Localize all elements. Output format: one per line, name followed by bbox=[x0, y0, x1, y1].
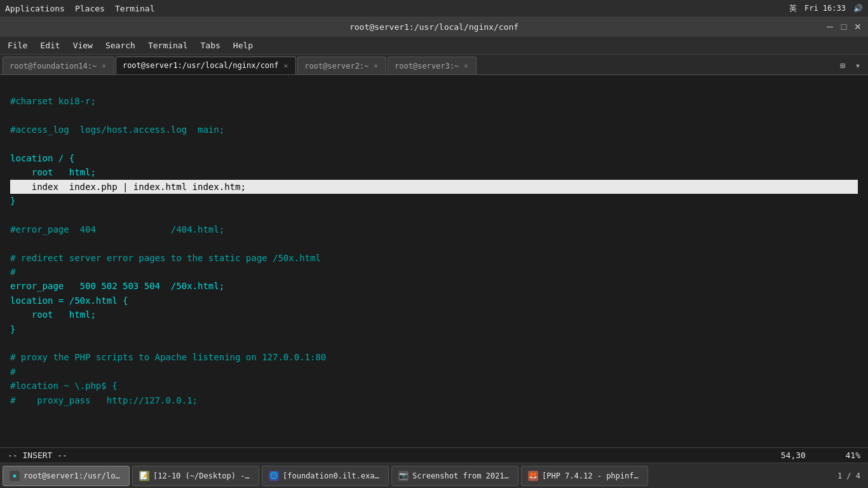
tab-label: root@server3:~ bbox=[395, 62, 459, 71]
taskbar-item-server1[interactable]: ▪ root@server1:/usr/local/nginx/conf bbox=[3, 466, 130, 486]
taskbar-label: [foundation0.ilt.example.com:8 (kio... bbox=[283, 471, 382, 480]
tab-label: root@foundation14:~ bbox=[10, 62, 97, 71]
tab-dropdown-button[interactable]: ▾ bbox=[850, 58, 865, 73]
code-line bbox=[10, 208, 858, 222]
code-line: error_page 500 502 503 504 /50x.html; bbox=[10, 279, 858, 293]
cursor-position: 54,30 41% bbox=[781, 451, 860, 460]
terminal-menu[interactable]: Terminal bbox=[115, 4, 155, 13]
tab-label: root@server1:/usr/local/nginx/conf bbox=[123, 61, 279, 70]
code-line: #charset koi8-r; bbox=[10, 94, 858, 108]
menu-view[interactable]: View bbox=[68, 39, 98, 51]
code-content: #charset koi8-r; #access_log logs/host.a… bbox=[0, 75, 868, 412]
title-bar: root@server1:/usr/local/nginx/conf ─ □ ✕ bbox=[0, 17, 868, 37]
code-line: # proxy_pass http://127.0.0.1; bbox=[10, 393, 858, 407]
minimize-button[interactable]: ─ bbox=[825, 22, 835, 32]
taskbar-item-kio[interactable]: 🌐 [foundation0.ilt.example.com:8 (kio... bbox=[262, 466, 389, 486]
applications-menu[interactable]: Applications bbox=[5, 4, 65, 13]
terminal-window: root@server1:/usr/local/nginx/conf ─ □ ✕… bbox=[0, 17, 868, 463]
menu-help[interactable]: Help bbox=[228, 39, 258, 51]
code-line: root html; bbox=[10, 165, 858, 179]
taskbar-item-firefox[interactable]: 🦊 [PHP 7.4.12 - phpinfo() — Mozilla F... bbox=[521, 466, 648, 486]
code-line: #error_page 404 /404.html; bbox=[10, 222, 858, 236]
menu-file[interactable]: File bbox=[3, 39, 32, 51]
code-line: #location ~ \.php$ { bbox=[10, 379, 858, 393]
lang-indicator: 英 bbox=[789, 3, 797, 14]
tab-close-server3[interactable]: ✕ bbox=[463, 62, 470, 70]
menu-terminal[interactable]: Terminal bbox=[143, 39, 193, 51]
taskbar-icon-terminal: ▪ bbox=[10, 471, 20, 481]
tab-foundation14[interactable]: root@foundation14:~ ✕ bbox=[3, 57, 114, 74]
volume-icon[interactable]: 🔊 bbox=[853, 4, 863, 13]
system-bar: Applications Places Terminal 英 Fri 16:33… bbox=[0, 0, 868, 17]
taskbar-label: root@server1:/usr/local/nginx/conf bbox=[24, 471, 123, 480]
tab-server1[interactable]: root@server1:/usr/local/nginx/conf ✕ bbox=[116, 57, 296, 74]
code-area[interactable]: #charset koi8-r; #access_log logs/host.a… bbox=[0, 75, 868, 447]
close-button[interactable]: ✕ bbox=[853, 22, 863, 32]
code-line: root html; bbox=[10, 308, 858, 322]
taskbar-icon-kio: 🌐 bbox=[269, 471, 279, 481]
system-bar-left: Applications Places Terminal bbox=[5, 4, 155, 13]
datetime-display: Fri 16:33 bbox=[804, 4, 846, 13]
code-line: location / { bbox=[10, 151, 858, 165]
code-line-highlighted: index index.php | index.html index.htm; bbox=[10, 180, 858, 194]
code-line: location = /50x.html { bbox=[10, 294, 858, 308]
taskbar-icon-screenshot: 📷 bbox=[398, 471, 409, 481]
taskbar-item-screenshot[interactable]: 📷 Screenshot from 2021-12-10 16-... bbox=[391, 466, 519, 486]
code-line: #access_log logs/host.access.log main; bbox=[10, 123, 858, 137]
tab-close-foundation14[interactable]: ✕ bbox=[100, 62, 107, 70]
taskbar: ▪ root@server1:/usr/local/nginx/conf 📝 [… bbox=[0, 463, 868, 488]
code-line: } bbox=[10, 194, 858, 208]
taskbar-label: [12-10 (~/Desktop) - gedit] bbox=[153, 471, 252, 480]
tabs-bar: root@foundation14:~ ✕ root@server1:/usr/… bbox=[0, 55, 868, 75]
vim-mode: -- INSERT -- bbox=[8, 451, 67, 460]
taskbar-pages: 1 / 4 bbox=[837, 471, 865, 480]
taskbar-label: [PHP 7.4.12 - phpinfo() — Mozilla F... bbox=[542, 471, 641, 480]
code-line bbox=[10, 236, 858, 250]
code-line: # proxy the PHP scripts to Apache listen… bbox=[10, 350, 858, 364]
code-line bbox=[10, 137, 858, 151]
code-line: # bbox=[10, 365, 858, 379]
tab-server3[interactable]: root@server3:~ ✕ bbox=[388, 57, 477, 74]
taskbar-item-gedit[interactable]: 📝 [12-10 (~/Desktop) - gedit] bbox=[132, 466, 259, 486]
title-bar-controls: ─ □ ✕ bbox=[825, 22, 863, 32]
code-line bbox=[10, 80, 858, 94]
taskbar-icon-gedit: 📝 bbox=[139, 471, 149, 481]
status-bar: -- INSERT -- 54,30 41% bbox=[0, 447, 868, 463]
code-line: # bbox=[10, 265, 858, 279]
tab-label: root@server2:~ bbox=[304, 62, 369, 71]
tab-close-server1[interactable]: ✕ bbox=[283, 62, 290, 70]
places-menu[interactable]: Places bbox=[75, 4, 105, 13]
menu-tabs[interactable]: Tabs bbox=[196, 39, 226, 51]
tab-close-server2[interactable]: ✕ bbox=[372, 62, 379, 70]
code-line bbox=[10, 109, 858, 123]
code-line: } bbox=[10, 322, 858, 336]
menu-edit[interactable]: Edit bbox=[35, 39, 65, 51]
window-title: root@server1:/usr/local/nginx/conf bbox=[349, 22, 519, 32]
taskbar-label: Screenshot from 2021-12-10 16-... bbox=[412, 471, 512, 480]
tab-add-button[interactable]: ⊞ bbox=[835, 58, 850, 73]
system-bar-right: 英 Fri 16:33 🔊 bbox=[789, 3, 863, 14]
tab-server2[interactable]: root@server2:~ ✕ bbox=[297, 57, 386, 74]
code-line bbox=[10, 336, 858, 350]
taskbar-icon-firefox: 🦊 bbox=[528, 471, 538, 481]
code-line: # redirect server error pages to the sta… bbox=[10, 251, 858, 265]
maximize-button[interactable]: □ bbox=[839, 22, 849, 32]
menu-search[interactable]: Search bbox=[100, 39, 140, 51]
menu-bar: File Edit View Search Terminal Tabs Help bbox=[0, 37, 868, 55]
